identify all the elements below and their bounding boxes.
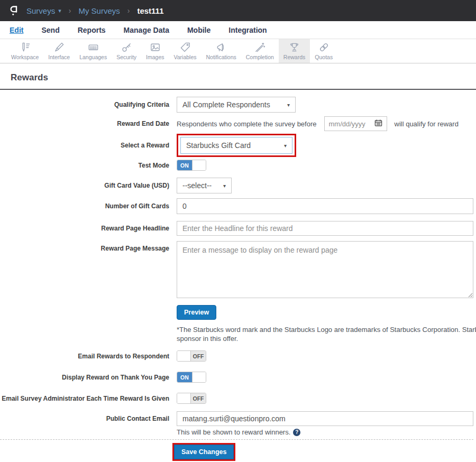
end-date-input[interactable] [329,120,370,128]
toolbar-item-workspace[interactable]: Workspace [6,39,43,63]
end-date-field-wrap [324,116,387,131]
public-email-input[interactable] [177,411,473,426]
display-reward-label: Display Reward on Thank You Page [62,374,169,381]
reward-end-date-label: Reward End Date [117,120,169,127]
help-icon[interactable]: ? [293,429,300,436]
num-gift-cards-row: Number of Gift Cards [0,198,473,214]
public-email-helper: This will be shown to reward winners. ? [177,428,473,436]
toolbar-item-notifications[interactable]: Notifications [202,39,241,63]
rewards-form: Qualifying Criteria All Complete Respond… [0,90,476,461]
image-icon [149,41,161,53]
edit-toolbar: Workspace Interface Languages Security I… [0,39,476,63]
public-email-label: Public Contact Email [106,415,169,422]
toggle-knob [177,393,191,403]
toggle-knob [192,372,206,382]
preview-button[interactable]: Preview [177,305,216,320]
test-mode-row: Test Mode ON [0,160,473,171]
gift-card-value-row: Gift Card Value (USD) --select-- ▾ [0,178,473,193]
end-date-prefix-text: Respondents who complete the survey befo… [177,120,317,128]
save-changes-button[interactable]: Save Changes [174,445,234,459]
questionpro-logo[interactable] [7,4,21,17]
end-date-suffix-text: will qualify for reward [395,120,459,128]
select-reward-label: Select a Reward [121,142,169,149]
toolbar-item-interface[interactable]: Interface [43,39,75,63]
brush-icon [53,41,65,53]
toolbar-item-quotas[interactable]: Quotas [310,39,337,63]
chain-links-icon [318,41,330,53]
gift-card-value-select[interactable]: --select-- ▾ [177,178,232,193]
key-icon [121,41,133,53]
magic-wand-icon [254,41,266,53]
email-rewards-toggle[interactable]: OFF [177,350,206,362]
qualifying-criteria-row: Qualifying Criteria All Complete Respond… [0,97,473,113]
email-rewards-label: Email Rewards to Respondent [78,353,169,360]
chevron-down-icon: ▾ [287,102,290,108]
select-reward-select[interactable]: Starbucks Gift Card ▾ [180,137,292,154]
qualifying-criteria-select[interactable]: All Complete Respondents ▾ [177,97,296,113]
toolbar-item-security[interactable]: Security [112,39,141,63]
disclaimer-row: *The Starbucks word mark and the Starbuc… [0,325,473,343]
tab-send[interactable]: Send [41,26,59,34]
toolbar-item-variables[interactable]: Variables [169,39,202,63]
save-row: Save Changes [0,443,473,461]
headline-row: Reward Page Headline [0,221,473,236]
toolbar-item-rewards[interactable]: Rewards [279,39,310,63]
headline-label: Reward Page Headline [101,225,169,232]
tab-edit[interactable]: Edit [10,26,23,34]
tab-integration[interactable]: Integration [228,26,267,34]
breadcrumb-my-surveys[interactable]: My Surveys [78,6,120,15]
breadcrumb-surveys[interactable]: Surveys ▾ [26,6,61,15]
annotation-highlight-box: Starbucks Gift Card ▾ [177,134,296,157]
tab-mobile[interactable]: Mobile [187,26,210,34]
breadcrumb-separator: › [125,6,132,15]
main-nav: Edit Send Reports Manage Data Mobile Int… [0,21,476,39]
reward-end-date-row: Reward End Date Respondents who complete… [0,116,473,131]
chevron-down-icon: ▾ [284,143,287,149]
page-title: Rewards [11,72,476,83]
tab-reports[interactable]: Reports [78,26,106,34]
email-admin-toggle[interactable]: OFF [177,393,206,404]
tab-manage-data[interactable]: Manage Data [124,26,169,34]
headline-input[interactable] [177,221,473,236]
message-label: Reward Page Message [101,245,169,252]
toggle-knob [192,160,206,170]
qualifying-criteria-label: Qualifying Criteria [114,101,169,108]
megaphone-icon [215,41,227,53]
num-gift-cards-input[interactable] [177,198,473,214]
gift-card-value-label: Gift Card Value (USD) [104,182,169,189]
keyboard-icon [87,41,99,53]
test-mode-label: Test Mode [139,162,169,169]
num-gift-cards-label: Number of Gift Cards [105,202,169,210]
test-mode-toggle[interactable]: ON [177,160,206,171]
public-email-row: Public Contact Email This will be shown … [0,411,473,436]
email-rewards-row: Email Rewards to Respondent OFF [0,350,473,362]
email-admin-row: Email Survey Administrator Each Time Rew… [0,393,473,404]
toolbar-item-languages[interactable]: Languages [75,39,112,63]
display-reward-toggle[interactable]: ON [177,372,206,383]
toggle-knob [177,351,191,361]
trophy-icon [288,41,300,53]
breadcrumb-separator: › [67,6,74,15]
top-bar: Surveys ▾ › My Surveys › test111 [0,0,476,21]
chevron-down-icon: ▾ [223,183,226,189]
toolbar-item-images[interactable]: Images [141,39,169,63]
message-row: Reward Page Message [0,241,473,300]
pen-lines-icon [19,41,31,53]
email-admin-label: Email Survey Administrator Each Time Rew… [2,395,169,402]
annotation-highlight-box: Save Changes [172,443,235,461]
select-reward-row: Select a Reward Starbucks Gift Card ▾ [0,134,473,157]
message-textarea[interactable] [177,241,473,298]
breadcrumb-current-survey: test111 [137,6,163,15]
chevron-down-icon: ▾ [58,7,61,14]
preview-row: Preview [0,305,473,320]
starbucks-disclaimer: *The Starbucks word mark and the Starbuc… [177,325,476,343]
calendar-icon[interactable] [374,119,382,129]
bottom-divider [0,439,473,440]
display-reward-row: Display Reward on Thank You Page ON [0,372,473,383]
toolbar-item-completion[interactable]: Completion [241,39,279,63]
tag-icon [179,41,191,53]
